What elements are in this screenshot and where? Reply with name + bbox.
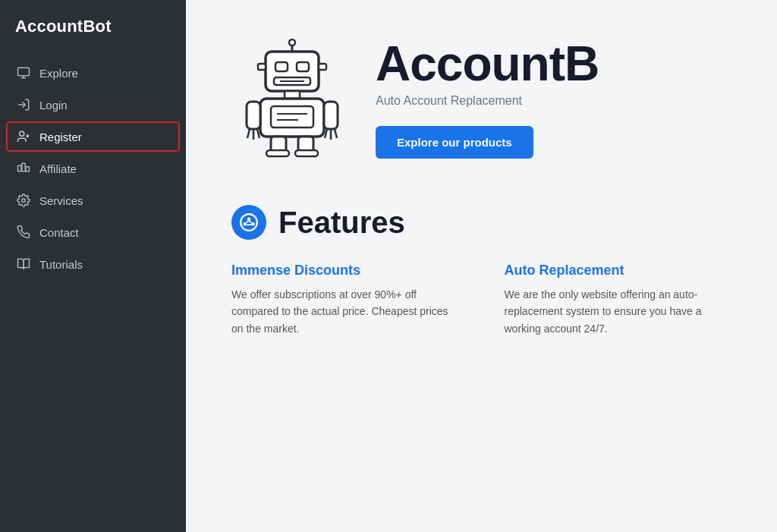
svg-point-40 xyxy=(251,222,254,225)
sidebar-item-affiliate-label: Affiliate xyxy=(39,162,77,175)
svg-point-17 xyxy=(289,39,295,46)
feature-card-discounts: Immense Discounts We offer subscriptions… xyxy=(231,263,459,337)
sidebar-item-affiliate[interactable]: Affiliate xyxy=(6,153,180,184)
sidebar-item-services[interactable]: Services xyxy=(6,185,180,216)
sidebar: AccountBot Explore Login xyxy=(0,0,186,532)
svg-rect-13 xyxy=(297,62,309,71)
hero-subtitle: Auto Account Replacement xyxy=(376,94,599,108)
explore-products-button[interactable]: Explore our products xyxy=(376,126,533,159)
feature-discounts-description: We offer subscriptions at over 90%+ off … xyxy=(231,286,459,337)
sidebar-item-login[interactable]: Login xyxy=(6,90,180,120)
monitor-icon xyxy=(17,66,30,80)
book-icon xyxy=(17,257,30,271)
svg-rect-35 xyxy=(266,150,289,156)
features-title: Features xyxy=(278,206,405,240)
login-icon xyxy=(17,98,30,112)
hero-section: AccountB Auto Account Replacement Explor… xyxy=(186,0,777,190)
features-section: Features Immense Discounts We offer subs… xyxy=(186,190,777,367)
app-logo: AccountBot xyxy=(0,0,186,58)
features-icon xyxy=(231,205,266,240)
svg-rect-19 xyxy=(319,64,326,70)
settings-icon xyxy=(17,194,30,207)
sidebar-item-tutorials[interactable]: Tutorials xyxy=(6,249,180,279)
svg-line-32 xyxy=(335,129,337,138)
sidebar-item-contact-label: Contact xyxy=(39,226,79,239)
sidebar-item-register[interactable]: Register xyxy=(6,121,180,152)
svg-rect-25 xyxy=(247,102,260,129)
features-grid: Immense Discounts We offer subscriptions… xyxy=(231,263,731,337)
svg-line-42 xyxy=(249,221,252,223)
phone-icon xyxy=(17,225,30,239)
feature-replacement-title: Auto Replacement xyxy=(505,263,732,279)
svg-rect-0 xyxy=(18,68,30,76)
svg-rect-22 xyxy=(271,106,313,127)
feature-discounts-title: Immense Discounts xyxy=(231,263,459,279)
svg-line-26 xyxy=(247,129,250,138)
features-header: Features xyxy=(231,205,731,240)
feature-card-replacement: Auto Replacement We are the only website… xyxy=(505,263,732,337)
hero-title: AccountB xyxy=(376,39,599,88)
svg-rect-12 xyxy=(275,62,288,71)
user-plus-icon xyxy=(17,130,30,143)
sidebar-item-login-label: Login xyxy=(39,99,68,112)
svg-rect-36 xyxy=(295,150,318,156)
sidebar-item-explore[interactable]: Explore xyxy=(6,58,180,88)
svg-line-41 xyxy=(246,221,249,223)
sidebar-item-services-label: Services xyxy=(39,194,83,207)
sidebar-item-tutorials-label: Tutorials xyxy=(39,258,83,271)
svg-point-37 xyxy=(241,214,257,231)
robot-illustration xyxy=(231,38,353,159)
sidebar-item-explore-label: Explore xyxy=(39,67,78,80)
svg-point-4 xyxy=(20,131,24,136)
feature-replacement-description: We are the only website offering an auto… xyxy=(505,286,732,337)
svg-rect-29 xyxy=(324,102,338,129)
svg-rect-8 xyxy=(22,163,26,172)
svg-point-10 xyxy=(22,199,26,203)
main-content: AccountB Auto Account Replacement Explor… xyxy=(186,0,777,532)
affiliate-icon xyxy=(17,162,30,175)
sidebar-item-contact[interactable]: Contact xyxy=(6,217,180,247)
sidebar-nav: Explore Login Register xyxy=(0,58,186,279)
hero-text-block: AccountB Auto Account Replacement Explor… xyxy=(376,39,599,159)
svg-point-38 xyxy=(247,218,250,221)
sidebar-item-register-label: Register xyxy=(39,131,82,143)
svg-rect-9 xyxy=(26,167,30,172)
svg-rect-7 xyxy=(18,165,22,172)
svg-rect-18 xyxy=(258,64,266,70)
svg-point-39 xyxy=(243,222,246,225)
